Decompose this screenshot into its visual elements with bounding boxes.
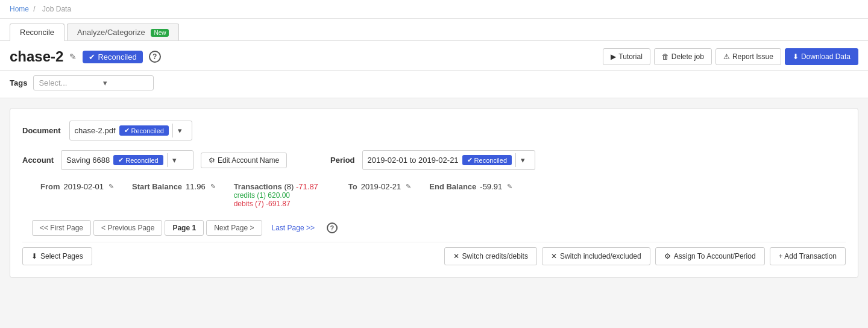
end-balance-value: -59.91 (480, 182, 502, 191)
from-item: From 2019-02-01 ✎ (40, 182, 114, 191)
last-page-button[interactable]: Last Page >> (265, 221, 322, 235)
warning-icon: ⚠ (723, 52, 730, 61)
page-title: chase-2 (10, 48, 63, 65)
start-balance-edit-icon[interactable]: ✎ (210, 183, 216, 191)
select-pages-label: Select Pages (40, 252, 83, 260)
start-balance-label: Start Balance (132, 182, 182, 191)
tags-label: Tags (10, 78, 27, 87)
document-dropdown-icon[interactable]: ▾ (172, 124, 187, 137)
start-balance-item: Start Balance 11.96 ✎ (132, 182, 216, 191)
period-dropdown-icon[interactable]: ▾ (515, 153, 530, 167)
acc-check-icon: ✔ (118, 156, 124, 164)
breadcrumb-current: Job Data (42, 5, 71, 13)
report-issue-button[interactable]: ⚠ Report Issue (715, 48, 781, 65)
from-balance-row: From 2019-02-01 ✎ Start Balance 11.96 ✎ … (22, 182, 846, 208)
to-label: To (348, 182, 357, 191)
add-transaction-label: + Add Transaction (779, 252, 837, 260)
first-page-button[interactable]: << First Page (32, 220, 91, 236)
document-reconciled-badge: ✔ Reconciled (119, 125, 169, 136)
period-select-box: 2019-02-01 to 2019-02-21 ✔ Reconciled ▾ (362, 150, 535, 170)
account-period-row: Account Saving 6688 ✔ Reconciled ▾ ⚙ Edi… (22, 150, 846, 170)
breadcrumb: Home / Job Data (0, 0, 868, 19)
bottom-row-wrapper: ⬇ Select Pages ✕ Switch credits/debits ✕… (22, 242, 846, 265)
right-actions: ✕ Switch credits/debits ✕ Switch include… (444, 247, 846, 265)
document-label: Document (22, 126, 61, 135)
select-pages-button[interactable]: ⬇ Select Pages (22, 247, 92, 265)
transactions-label: Transactions (234, 182, 282, 191)
tab-analyze-label: Analyze/Categorize (77, 28, 145, 37)
next-page-button[interactable]: Next Page > (206, 220, 262, 236)
account-reconciled-badge: ✔ Reconciled (113, 155, 163, 165)
switch-included-excluded-button[interactable]: ✕ Switch included/excluded (542, 247, 650, 265)
credits-label: credits (1) 620.00 (234, 191, 318, 200)
pagination-row: << First Page < Previous Page Page 1 Nex… (22, 220, 846, 236)
doc-reconciled-label: Reconciled (131, 127, 164, 134)
select-pages-icon: ⬇ (31, 252, 37, 260)
tabs-bar: Reconcile Analyze/Categorize New (0, 19, 868, 41)
new-badge: New (151, 29, 169, 37)
transactions-amount: -71.87 (296, 182, 318, 191)
pagination-help-icon[interactable]: ? (327, 222, 338, 233)
toolbar: ▶ Tutorial 🗑 Delete job ⚠ Report Issue ⬇… (603, 48, 858, 65)
download-icon: ⬇ (793, 52, 799, 61)
help-icon[interactable]: ? (149, 51, 161, 63)
download-data-button[interactable]: ⬇ Download Data (785, 48, 858, 65)
delete-job-button[interactable]: 🗑 Delete job (654, 48, 712, 65)
document-row: Document chase-2.pdf ✔ Reconciled ▾ (22, 121, 846, 140)
account-dropdown-icon[interactable]: ▾ (167, 153, 181, 167)
main-content: Document chase-2.pdf ✔ Reconciled ▾ Acco… (10, 108, 858, 278)
download-data-label: Download Data (801, 52, 851, 61)
document-name-box: chase-2.pdf ✔ Reconciled ▾ (69, 121, 192, 140)
reconciled-label: Reconciled (98, 52, 136, 62)
transactions-count: (8) (284, 182, 294, 191)
end-balance-edit-icon[interactable]: ✎ (507, 183, 512, 191)
tab-analyze[interactable]: Analyze/Categorize New (67, 24, 179, 40)
switch-credits-debits-button[interactable]: ✕ Switch credits/debits (444, 247, 537, 265)
acc-reconciled-label: Reconciled (125, 157, 158, 164)
report-issue-label: Report Issue (732, 52, 773, 61)
current-page-button[interactable]: Page 1 (165, 220, 204, 236)
switch-credits-label: Switch credits/debits (462, 252, 528, 260)
edit-account-name-label: Edit Account Name (218, 156, 279, 165)
period-reconciled-badge: ✔ Reconciled (462, 155, 512, 165)
to-value: 2019-02-21 (361, 182, 401, 191)
assign-period-button[interactable]: ⚙ Assign To Account/Period (655, 247, 765, 265)
page-title-row: chase-2 ✎ ✔ Reconciled ? (10, 48, 161, 65)
breadcrumb-separator: / (33, 5, 35, 13)
to-item: To 2019-02-21 ✎ (348, 182, 411, 191)
edit-account-name-button[interactable]: ⚙ Edit Account Name (201, 153, 287, 168)
breadcrumb-home[interactable]: Home (10, 5, 29, 13)
switch-included-label: Switch included/excluded (560, 252, 641, 260)
add-transaction-button[interactable]: + Add Transaction (770, 247, 846, 265)
edit-title-icon[interactable]: ✎ (69, 52, 77, 62)
tab-reconcile[interactable]: Reconcile (10, 24, 64, 41)
tutorial-label: Tutorial (618, 52, 643, 61)
from-label: From (40, 182, 60, 191)
period-value: 2019-02-01 to 2019-02-21 (368, 156, 459, 165)
page-header: chase-2 ✎ ✔ Reconciled ? ▶ Tutorial 🗑 De… (0, 41, 868, 71)
tags-row: Tags Select... ▾ (0, 71, 868, 98)
end-balance-label: End Balance (429, 182, 476, 191)
play-icon: ▶ (611, 52, 616, 61)
account-select-box: Saving 6688 ✔ Reconciled ▾ (61, 150, 193, 170)
gear-assign-icon: ⚙ (664, 252, 671, 260)
debits-label: debits (7) -691.87 (234, 200, 318, 208)
doc-check-icon: ✔ (124, 127, 130, 134)
tags-select[interactable]: Select... ▾ (33, 75, 154, 90)
to-edit-icon[interactable]: ✎ (406, 183, 411, 191)
tutorial-button[interactable]: ▶ Tutorial (603, 48, 650, 65)
period-check-icon: ✔ (467, 156, 473, 164)
reconciled-check-icon: ✔ (89, 52, 95, 62)
previous-page-button[interactable]: < Previous Page (93, 220, 162, 236)
trash-icon: 🗑 (662, 52, 669, 61)
document-filename: chase-2.pdf (75, 126, 116, 135)
chevron-down-icon: ▾ (103, 78, 107, 87)
gear-icon: ⚙ (209, 156, 215, 165)
assign-period-label: Assign To Account/Period (674, 252, 756, 260)
delete-job-label: Delete job (671, 52, 704, 61)
period-reconciled-label: Reconciled (474, 157, 507, 164)
switch-icon: ✕ (453, 252, 459, 260)
from-edit-icon[interactable]: ✎ (108, 183, 114, 191)
period-label: Period (330, 156, 354, 165)
account-value: Saving 6688 (66, 156, 110, 165)
